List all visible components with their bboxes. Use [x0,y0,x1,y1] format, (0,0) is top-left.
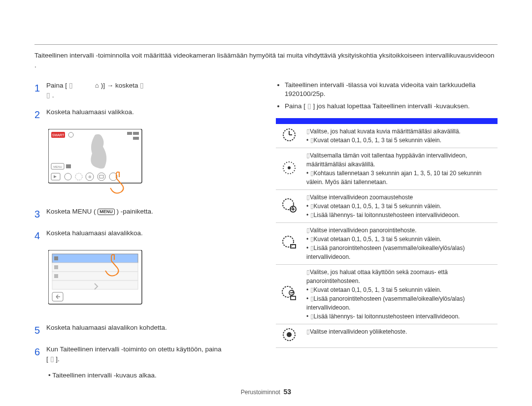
th-icon [276,118,302,124]
intro-paragraph: Taiteellinen intervalli -toiminnolla voi… [34,44,498,71]
row2-desc: ▯Valitsemalla tämän voit tallentaa hyppä… [302,148,498,190]
svg-rect-22 [52,272,138,281]
step6-brk2: ]. [56,355,60,363]
step-1: 1 Paina [ ▯ ⌂ )] → kosketa ▯ ▯ . [34,81,256,101]
r2: Valitsemalla tämän voit tallentaa hyppää… [306,152,467,168]
right-column: Taiteellinen intervalli -tilassa voi kuv… [276,81,498,379]
r2b: Kohtaus tallennetaan 3 sekunnin ajan 1, … [306,170,481,186]
svg-rect-23 [52,281,138,289]
step-3: 3 Kosketa MENU ( MENU ) -painiketta. [34,207,256,221]
svg-rect-9 [66,164,71,168]
step1-tail: . [52,92,54,99]
camera-screen-diagram-2 [48,250,256,314]
step-number: 6 [34,344,46,365]
svg-point-16 [98,173,105,181]
jump-interval-icon [276,148,302,190]
zoom-effect-icon [276,190,302,223]
left-bullet: Taiteellinen intervalli -kuvaus alkaa. [48,372,256,379]
step-body: Kun Taiteellinen intervalli -toiminto on… [46,344,256,365]
home-icon: ⌂ [95,82,99,89]
table-row: ▯Valitse, jos haluat kuvata kuvia määrit… [276,124,498,148]
table-row: ▯Valitse, jos haluat ottaa käyttöön sekä… [276,265,498,324]
manual-page: Taiteellinen intervalli -toiminnolla voi… [0,0,532,406]
r4b: Kuvat otetaan 0,1, 0,5, 1, 3 tai 5 sekun… [314,236,442,243]
left-column: 1 Paina [ ▯ ⌂ )] → kosketa ▯ ▯ . 2 Koske… [34,81,256,379]
svg-point-32 [288,166,291,169]
table-row: ▯Valitse intervallivideon yöliiketehoste… [276,324,498,348]
step1-text-b: )] → kosketa [101,82,138,89]
svg-text:⊕: ⊕ [88,175,92,179]
step-number: 3 [34,207,46,221]
step-body: Kosketa haluamaasi alavalikon kohdetta. [46,323,256,338]
svg-rect-5 [133,132,139,135]
night-motion-icon [276,324,302,348]
svg-rect-4 [127,132,132,135]
r6: Valitse intervallivideon yöliiketehoste. [310,328,407,335]
step-6: 6 Kun Taiteellinen intervalli -toiminto … [34,344,256,365]
table-row: ▯Valitsemalla tämän voit tallentaa hyppä… [276,148,498,190]
step-4: 4 Kosketa haluamaasi alavalikkoa. [34,228,256,243]
table-row: ▯Valitse intervallivideon panorointiteho… [276,223,498,265]
note2b: ] jos haluat lopettaa Taiteellinen inter… [313,102,470,110]
step-number: 1 [34,81,46,101]
menu-icon: MENU [98,209,115,215]
two-column-layout: 1 Paina [ ▯ ⌂ )] → kosketa ▯ ▯ . 2 Koske… [34,81,498,379]
icon-description-table: ▯Valitse, jos haluat kuvata kuvia määrit… [276,118,498,348]
svg-point-33 [283,199,294,210]
step3-a: Kosketa MENU ( [46,208,96,215]
svg-rect-24 [54,256,58,260]
step-body: Kosketa haluamaasi valikkoa. [46,107,256,122]
page-number: 53 [284,388,292,396]
svg-marker-11 [54,175,57,178]
r5: Valitse, jos haluat ottaa käyttöön sekä … [306,269,448,284]
row6-desc: ▯Valitse intervallivideon yöliiketehoste… [302,324,498,348]
row1-desc: ▯Valitse, jos haluat kuvata kuvia määrit… [302,124,498,148]
r5c: Lisää panorointitehosteen (vasemmalle/oi… [306,295,465,311]
step6-brk: [ [46,355,48,363]
note2a: Paina [ [285,102,305,110]
r1b: Kuvat otetaan 0,1, 0,5, 1, 3 tai 5 sekun… [314,137,442,144]
row4-desc: ▯Valitse intervallivideon panorointiteho… [302,223,498,265]
svg-point-12 [65,173,71,180]
svg-text:MENU: MENU [53,165,62,168]
r5d: Lisää lähennys- tai loitonnustehosteen i… [314,313,460,320]
camera-screen-diagram-1: SMART MENU ⊕ [48,129,256,198]
placeholder-icon: ▯ [69,82,73,89]
step-number: 4 [34,228,46,243]
table-header-row [276,118,498,124]
svg-text:SMART: SMART [52,133,65,137]
footer-section: Perustoiminnot [241,389,280,396]
note-resolution: Taiteellinen intervalli -tilassa voi kuv… [285,81,498,99]
row3-desc: ▯Valitse intervallivideon zoomaustehoste… [302,190,498,223]
step3-b: ) -painiketta. [117,208,153,215]
right-notes: Taiteellinen intervalli -tilassa voi kuv… [276,81,498,112]
svg-point-3 [68,132,73,137]
svg-rect-17 [100,175,103,178]
r3b: Kuvat otetaan 0,1, 0,5, 1, 3 tai 5 sekun… [314,203,442,210]
step1-text-a: Paina [ [46,82,67,89]
step-5: 5 Kosketa haluamaasi alavalikon kohdetta… [34,323,256,338]
interval-icon [276,124,302,148]
r1: Valitse, jos haluat kuvata kuvia määritt… [310,128,461,135]
r5b: Kuvat otetaan 0,1, 0,5, 1, 3 tai 5 sekun… [314,286,442,293]
step-body: Kosketa MENU ( MENU ) -painiketta. [46,207,256,221]
svg-point-37 [283,236,294,247]
step-body: Paina [ ▯ ⌂ )] → kosketa ▯ ▯ . [46,81,256,101]
placeholder-icon: ▯ [46,92,50,99]
svg-rect-25 [54,265,58,269]
row5-desc: ▯Valitse, jos haluat ottaa käyttöön sekä… [302,265,498,324]
svg-point-44 [287,332,292,337]
step6-text: Kun Taiteellinen intervalli -toiminto on… [46,345,221,353]
r4: Valitse intervallivideon panorointitehos… [310,227,417,234]
placeholder-icon: ▯ [307,102,311,110]
placeholder-icon: ▯ [140,82,144,89]
svg-rect-20 [52,254,138,263]
placeholder-icon: ▯ [50,355,54,363]
th-desc [302,118,498,124]
svg-point-13 [75,173,82,180]
note-stop: Paina [ ▯ ] jos haluat lopettaa Taiteell… [285,102,498,111]
step-body: Kosketa haluamaasi alavalikkoa. [46,228,256,243]
svg-rect-6 [133,137,139,140]
step-number: 5 [34,323,46,338]
r4c: Lisää panorointitehosteen (vasemmalle/oi… [306,245,465,260]
